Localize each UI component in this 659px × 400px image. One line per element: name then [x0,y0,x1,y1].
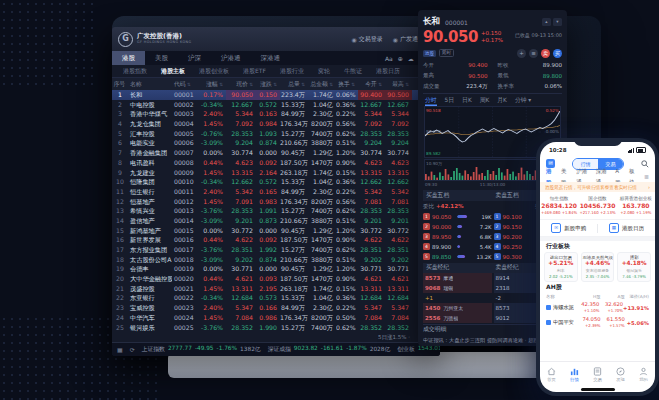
table-row[interactable]: 23宝威控股000232.40%5.3470.16684.99万2.30亿0.2… [112,303,440,313]
index-card-国企指数[interactable]: 国企指数10456.730+217.160 +2.13% [578,196,616,216]
add-icon[interactable]: ⊕ [398,55,403,62]
tab-港股[interactable]: 港股 [112,51,145,65]
nav-item-首页[interactable]: 首页 [540,367,563,382]
tab-沪港通[interactable]: 沪港通 [211,51,251,65]
table-row[interactable]: 7香港金融集团000070.00%30.7740.00090.45万1.29亿1… [112,148,440,158]
cell: 8200万 [308,313,336,323]
sector-card-石油及天然气设备[interactable]: 石油及天然气设备+4.46%安东油田服务2.35 -7.04% [581,252,615,282]
font-size-icon[interactable]: Aa [385,55,393,62]
tab-美股[interactable]: 美股 [145,51,178,65]
index-card-标普香港创业板[interactable]: 标普香港创业板163.780+2.080 +1.19% [617,196,655,216]
subtab-港股日历[interactable]: 港股日历 [369,65,407,77]
logo-text: 广发控股(香港) GF HOLDINGS HONG KONG [137,33,192,45]
column-header-现价[interactable]: 现价 ⇅ [226,78,256,90]
search-icon[interactable] [641,160,649,168]
cell: 5.342 [226,187,256,197]
table-row[interactable]: 25银河娱乐00025-3.76%28.3521.99015.27万7400万0… [112,323,440,333]
nav-item-发现[interactable]: 发现 [609,367,632,382]
trade-login-button[interactable]: ◉ 交易登录 [352,35,383,44]
column-header-涨幅[interactable]: 涨幅 ⇅ [198,78,226,90]
table-row[interactable]: 22东亚银行00022-0.34%12.6840.57315.33万1.04亿0… [112,293,440,303]
cell: 28.353 [358,206,385,216]
subtab-港股指数[interactable]: 港股指数 [116,65,154,77]
column-header-涨跌[interactable]: 涨跌 ⇅ [256,78,280,90]
table-row[interactable]: 18太古股份公司A00018-3.09%9.2020.874210.66万388… [112,255,440,265]
ah-row-海螺水泥[interactable]: 海螺水泥42.350+1.10%32.620+1.70%+13.91% [540,300,655,315]
cell: 东亚银行 [128,293,172,303]
column-header-总金额[interactable]: 总金额 ⇅ [308,78,336,90]
sector-card-博彩[interactable]: 博彩+4.18%银河娱乐7.46 -3.79% [617,252,651,282]
tab-menu-icon[interactable]: ≣ [644,173,649,180]
chart-tab-分钟 ▾[interactable]: 分钟 ▾ [515,95,531,106]
subtab-港股行业[interactable]: 港股行业 [273,65,311,77]
add-watchlist-icon[interactable]: + [517,49,526,58]
cloud-icon[interactable]: ☁ [408,55,414,62]
ah-row-中国平安[interactable]: 中国平安74.050+2.39%61.550+1.57%+5.06% [540,315,655,330]
info-label: 成交量 [423,83,440,90]
nav-item-我的[interactable]: 我的 [632,367,655,382]
index-pct: -1.76% [217,345,238,354]
ah-stock-name: 海螺水泥 [553,304,574,311]
chart-tab-5日[interactable]: 5日 [445,95,455,106]
panel-icon[interactable]: ▦ [117,346,123,353]
column-header-序号[interactable]: 序号 [112,78,128,90]
column-header-名称[interactable]: 名称 [128,78,172,90]
sector-card-进出口贸易[interactable]: 进出口贸易+5.21%利丰2.02 -5.21% [544,252,578,282]
collapse-up-icon[interactable]: ▴ [542,18,551,26]
tab-深港通[interactable]: 深港通 [251,51,291,65]
broker-name: 瑞银 [443,285,453,291]
sell-button[interactable]: 卖 [541,49,550,58]
table-row[interactable]: 10恒隆集团00010-0.34%12.6620.57215.33万1.04亿0… [112,177,440,187]
column-header-代码[interactable]: 代码 ⇅ [172,78,198,90]
table-row[interactable]: 16新世界发展000160.44%4.6220.092187.50万1470万0… [112,235,440,245]
refresh-icon[interactable]: ⟳ [130,346,135,353]
column-header-今开[interactable]: 今开 ⇅ [358,78,385,90]
cell: -3.76% [198,245,226,255]
table-row[interactable]: 5汇丰控股00005-0.76%28.3531.09315.27万7400万0.… [112,129,440,139]
table-row[interactable]: 15新鸿基地产000150.00%30.7720.00090.45万1.29亿1… [112,226,440,236]
column-header-总量[interactable]: 总量 ⇅ [280,78,308,90]
collapse-down-icon[interactable]: ▾ [553,18,562,26]
chart-tab-月K[interactable]: 月K [497,95,507,106]
cell: 187.50万 [280,158,308,168]
tab-沪深[interactable]: 沪深 [178,51,211,65]
table-row[interactable]: 6电能实业00006-3.09%9.2040.874210.66万3880万0.… [112,138,440,148]
table-row[interactable]: 13希慎兴业00013-3.76%28.3531.09115.27万7400万0… [112,206,440,216]
cell: 1.20% [336,226,358,236]
table-row[interactable]: 14盈信地产00014-3.09%9.2010.873210.66万3880万0… [112,216,440,226]
nav-item-行情[interactable]: 行情 [563,367,586,382]
index-card-恒生指数[interactable]: 恒生指数26834.120+469.080 +1.84% [540,196,578,216]
table-row[interactable]: 2中电控股00002-0.34%12.6670.57215.33万1.04亿0.… [112,100,440,110]
index-value: 26834.120 [541,203,577,209]
table-row[interactable]: 8电讯盈科000080.44%4.6230.092187.50万1470万0.9… [112,158,440,168]
table-row[interactable]: 3香港中华煤气000032.40%5.3440.16384.99万2.30亿0.… [112,109,440,119]
table-row[interactable]: 19会德丰000190.00%30.7710.00090.45万1.29亿1.2… [112,264,440,274]
chart-tab-日K[interactable]: 日K [462,95,472,106]
chart-tab-周K[interactable]: 周K [480,95,490,106]
column-header-换手[interactable]: 换手 ⇅ [336,78,358,90]
nav-item-交易[interactable]: 交易 [586,367,609,382]
delayed-quote-notice[interactable]: 港股延迟行情，可升级行情套餐查看实时行情 › [540,182,655,192]
subtab-港股创业板[interactable]: 港股创业板 [192,65,236,77]
chart-tab-分时[interactable]: 分时 [425,95,437,106]
table-row[interactable]: 17东方报业集团00017-3.76%28.3511.99215.27万7400… [112,245,440,255]
table-row[interactable]: 21茂盛控股000211.45%13.3112.195263.18万1.74亿0… [112,284,440,294]
more-options-icon[interactable]: ≡ [529,49,538,58]
table-row[interactable]: 11恒生银行000112.40%5.3420.16584.99万2.30亿0.2… [112,187,440,197]
table-row[interactable]: 1长和000010.17%90.0500.150223.4万1.74亿0.06%… [112,90,440,100]
action-label: 港股日历 [622,225,644,232]
action-港股日历[interactable]: ▦港股日历 [598,223,655,233]
table-row[interactable]: 4九龙仓集团000041.45%7.0920.984176.34万8200万0.… [112,119,440,129]
action-新股申购[interactable]: ✉新股申购 [540,223,597,233]
subtab-牛熊证[interactable]: 牛熊证 [337,65,369,77]
table-row[interactable]: 12恒基地产000121.45%7.0910.983176.34万8200万0.… [112,197,440,207]
table-row[interactable]: 20大中华金融控股000200.44%4.6210.093187.50万1470… [112,274,440,284]
subtab-港股ETF[interactable]: 港股ETF [236,65,273,77]
column-header-最高[interactable]: 最高 ⇅ [385,78,412,90]
subtab-港股主板[interactable]: 港股主板 [154,65,192,77]
table-row[interactable]: 24中华汽车000241.45%7.0840.986176.34万8200万0.… [112,313,440,323]
buy-button[interactable]: 买 [553,49,562,58]
table-row[interactable]: 9九龙建业000091.45%13.3152.164263.18万1.74亿0.… [112,168,440,178]
subtab-窝轮[interactable]: 窝轮 [311,65,337,77]
cell: 1470万 [308,274,336,284]
